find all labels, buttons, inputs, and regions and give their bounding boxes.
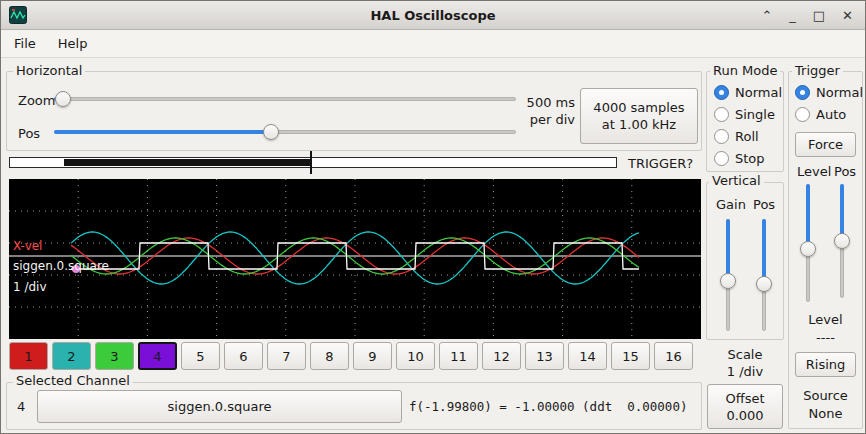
channel-button-4[interactable]: 4: [138, 342, 177, 370]
radio-dot: [714, 151, 729, 166]
channel-button-8[interactable]: 8: [310, 342, 349, 370]
trigger-level-caption: Level: [789, 312, 862, 327]
radio-label: Roll: [735, 129, 759, 144]
maximize-icon[interactable]: □: [813, 8, 825, 23]
radio-dot: [714, 129, 729, 144]
radio-normal[interactable]: Normal: [714, 81, 782, 103]
run-mode-frame-label: Run Mode: [710, 63, 780, 78]
channel-value-readout: f(-1.99800) = -1.00000 (ddt 0.00000): [409, 399, 687, 414]
record-position-bar[interactable]: [9, 157, 617, 168]
radio-label: Stop: [735, 151, 765, 166]
trigger-level-slider-label: Level: [797, 164, 831, 179]
trigger-level-slider[interactable]: [800, 184, 816, 302]
trigger-level-knob[interactable]: [800, 241, 816, 257]
trigger-question-label: TRIGGER?: [628, 156, 693, 171]
scope-scale-label: 1 /div: [13, 280, 47, 294]
trigger-frame: NormalAuto Force Level Pos Level ---- Ri…: [788, 71, 863, 429]
selected-channel-number: 4: [17, 399, 25, 414]
pos-slider[interactable]: [54, 124, 516, 140]
force-button[interactable]: Force: [795, 132, 856, 157]
channel-button-2[interactable]: 2: [52, 342, 91, 370]
trigger-pos-knob[interactable]: [834, 233, 850, 249]
vertical-frame: Gain Pos: [706, 182, 784, 340]
vertical-gain-slider[interactable]: [720, 219, 736, 331]
hal-oscilloscope-window: HAL Oscilloscope ⌃ _ □ ✕ File Help Horiz…: [0, 0, 866, 434]
channel-button-12[interactable]: 12: [482, 342, 521, 370]
channel-button-16[interactable]: 16: [654, 342, 693, 370]
horizontal-frame: Zoom Pos 500 ms per div 4000 samples at …: [6, 71, 702, 151]
radio-dot: [795, 107, 810, 122]
trigger-level-value: ----: [789, 330, 862, 345]
scope-selected-channel-label: siggen.0.square: [13, 259, 109, 273]
zoom-slider-knob[interactable]: [55, 91, 71, 107]
channel-button-13[interactable]: 13: [525, 342, 564, 370]
window-controls: ⌃ _ □ ✕: [761, 1, 853, 30]
channel-button-3[interactable]: 3: [95, 342, 134, 370]
minimize-icon[interactable]: _: [789, 8, 796, 23]
channel-button-15[interactable]: 15: [611, 342, 650, 370]
vertical-pos-fill: [762, 219, 766, 284]
radio-roll[interactable]: Roll: [714, 125, 782, 147]
radio-dot: [714, 85, 729, 100]
channel-row: 12345678910111213141516: [9, 342, 693, 370]
radio-label: Single: [735, 107, 775, 122]
channel-button-5[interactable]: 5: [181, 342, 220, 370]
channel-button-6[interactable]: 6: [224, 342, 263, 370]
run-mode-radio-group: NormalSingleRollStop: [714, 81, 782, 169]
pos-slider-knob[interactable]: [263, 124, 279, 140]
channel-button-11[interactable]: 11: [439, 342, 478, 370]
close-icon[interactable]: ✕: [842, 8, 853, 23]
trigger-pos-slider-label: Pos: [834, 164, 856, 179]
vertical-gain-knob[interactable]: [720, 273, 736, 289]
menu-help[interactable]: Help: [58, 36, 88, 51]
trigger-radio-group: NormalAuto: [795, 81, 863, 125]
radio-stop[interactable]: Stop: [714, 147, 782, 169]
record-window: [64, 159, 310, 166]
trigger-level-fill: [806, 184, 810, 249]
offset-button[interactable]: Offset 0.000: [707, 384, 783, 429]
vertical-pos-label: Pos: [753, 197, 775, 212]
radio-auto[interactable]: Auto: [795, 103, 863, 125]
radio-single[interactable]: Single: [714, 103, 782, 125]
trigger-source-value: None: [789, 406, 862, 421]
scope-channel1-label: X-vel: [13, 239, 42, 253]
scope-display[interactable]: X-vel siggen.0.square 1 /div: [9, 179, 701, 339]
time-per-div: 500 ms per div: [517, 94, 575, 128]
menu-bar: File Help: [1, 30, 865, 58]
pos-slider-fill: [54, 130, 271, 134]
trigger-frame-label: Trigger: [792, 63, 843, 78]
shade-icon[interactable]: ⌃: [761, 8, 772, 23]
channel-button-7[interactable]: 7: [267, 342, 306, 370]
channel-button-10[interactable]: 10: [396, 342, 435, 370]
samples-button[interactable]: 4000 samples at 1.00 kHz: [580, 88, 698, 144]
scope-waveform-svg: [9, 179, 701, 339]
vertical-frame-label: Vertical: [709, 173, 764, 188]
title-bar[interactable]: HAL Oscilloscope ⌃ _ □ ✕: [1, 1, 865, 30]
selected-channel-frame: 4 siggen.0.square f(-1.99800) = -1.00000…: [6, 382, 702, 430]
channel-button-1[interactable]: 1: [9, 342, 48, 370]
channel-button-14[interactable]: 14: [568, 342, 607, 370]
vertical-gain-label: Gain: [716, 197, 746, 212]
scale-caption: Scale: [706, 347, 784, 362]
trigger-source-caption: Source: [789, 388, 862, 403]
horizontal-frame-label: Horizontal: [13, 63, 85, 78]
radio-label: Normal: [816, 85, 863, 100]
vertical-gain-fill: [726, 219, 730, 281]
radio-dot: [714, 107, 729, 122]
pos-label: Pos: [18, 126, 40, 141]
run-mode-frame: NormalSingleRollStop: [706, 71, 784, 172]
channel-pin-button[interactable]: siggen.0.square: [37, 390, 402, 423]
selected-channel-frame-label: Selected Channel: [13, 373, 133, 388]
menu-file[interactable]: File: [14, 36, 36, 51]
vertical-pos-slider[interactable]: [756, 219, 772, 331]
rising-button[interactable]: Rising: [795, 352, 856, 377]
zoom-slider-track: [54, 97, 516, 101]
radio-label: Auto: [816, 107, 846, 122]
radio-label: Normal: [735, 85, 782, 100]
channel-button-9[interactable]: 9: [353, 342, 392, 370]
scale-value: 1 /div: [706, 364, 784, 379]
vertical-pos-knob[interactable]: [756, 276, 772, 292]
trigger-pos-slider[interactable]: [834, 184, 850, 298]
radio-normal[interactable]: Normal: [795, 81, 863, 103]
zoom-slider[interactable]: [54, 91, 516, 107]
